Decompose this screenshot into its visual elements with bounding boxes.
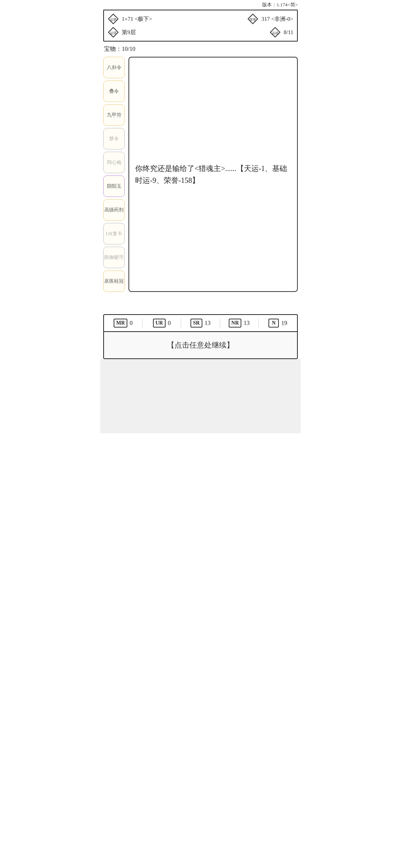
card-count-sr: SR13 <box>181 319 220 328</box>
card-label-ur: UR <box>153 319 166 328</box>
yunshi-stat: 运势 1+71 <极下> <box>108 13 152 24</box>
item-button-1[interactable]: 叠令 <box>103 80 125 102</box>
card-value-sr: 13 <box>205 320 211 326</box>
stats-panel: 运势 1+71 <极下> 荣誉 317 <非洲-0> 运塔 第9层 <box>103 10 298 42</box>
honor-stat: 荣誉 317 <非洲-0> <box>247 13 293 24</box>
yunta-stat: 运塔 第9层 <box>108 27 136 38</box>
item-button-3[interactable]: 禁令 <box>103 128 125 149</box>
continue-label: 【点击任意处继续】 <box>167 341 234 349</box>
item-button-8[interactable]: 防御硬币 <box>103 247 125 268</box>
card-value-nr: 13 <box>244 320 250 326</box>
item-button-2[interactable]: 九甲符 <box>103 104 125 126</box>
card-label-mr: MR <box>114 319 127 328</box>
svg-text:荣誉: 荣誉 <box>250 18 256 22</box>
treasure-bar: 宝物：10/10 <box>100 43 301 55</box>
card-count-ur: UR0 <box>143 319 181 328</box>
version-label: 版本：1.174<简> <box>262 1 298 8</box>
honor-icon: 荣誉 <box>247 13 258 24</box>
card-label-nr: NR <box>229 319 241 328</box>
continue-button[interactable]: 【点击任意处继续】 <box>104 332 297 358</box>
card-value-ur: 0 <box>168 320 171 326</box>
bottom-panel: MR0UR0SR13NR13N19 【点击任意处继续】 <box>103 314 298 359</box>
card-label-n: N <box>268 319 279 328</box>
stats-row-2: 运塔 第9层 运战 8/11 <box>108 27 293 38</box>
item-button-0[interactable]: 八卦令 <box>103 57 125 78</box>
card-count-mr: MR0 <box>104 319 143 328</box>
card-label-sr: SR <box>190 319 202 328</box>
yunta-icon: 运塔 <box>108 27 119 38</box>
yunzhan-icon: 运战 <box>270 27 281 38</box>
svg-text:运塔: 运塔 <box>110 31 117 35</box>
stats-row-1: 运势 1+71 <极下> 荣誉 317 <非洲-0> <box>108 13 293 24</box>
card-counts-row: MR0UR0SR13NR13N19 <box>104 315 297 332</box>
items-sidebar: 八卦令叠令九甲符禁令同心袍阴阳玉高级药剂UR复卡防御硬币巫医桂冠 <box>103 57 126 292</box>
honor-value: 317 <非洲-0> <box>261 16 293 23</box>
card-value-n: 19 <box>281 320 287 326</box>
card-count-nr: NR13 <box>220 319 259 328</box>
message-text: 你终究还是输给了<猎魂主>......【天运-1、基础时运-9、荣誉-158】 <box>135 162 291 186</box>
item-button-6[interactable]: 高级药剂 <box>103 199 125 221</box>
card-count-n: N19 <box>259 319 297 328</box>
svg-text:运战: 运战 <box>272 31 278 35</box>
yunshi-icon: 运势 <box>108 13 119 24</box>
yunta-value: 第9层 <box>122 29 136 36</box>
main-area: 八卦令叠令九甲符禁令同心袍阴阳玉高级药剂UR复卡防御硬币巫医桂冠 你终究还是输给… <box>100 57 301 292</box>
item-button-7[interactable]: UR复卡 <box>103 223 125 244</box>
item-button-4[interactable]: 同心袍 <box>103 152 125 173</box>
message-box: 你终究还是输给了<猎魂主>......【天运-1、基础时运-9、荣誉-158】 <box>128 57 298 292</box>
yunshi-value: 1+71 <极下> <box>122 16 152 23</box>
item-button-9[interactable]: 巫医桂冠 <box>103 270 125 292</box>
item-button-5[interactable]: 阴阳玉 <box>103 175 125 197</box>
yunzhan-stat: 运战 8/11 <box>270 27 293 38</box>
card-value-mr: 0 <box>130 320 133 326</box>
svg-text:运势: 运势 <box>110 18 117 22</box>
treasure-label: 宝物：10/10 <box>104 46 135 52</box>
yunzhan-value: 8/11 <box>284 29 293 36</box>
